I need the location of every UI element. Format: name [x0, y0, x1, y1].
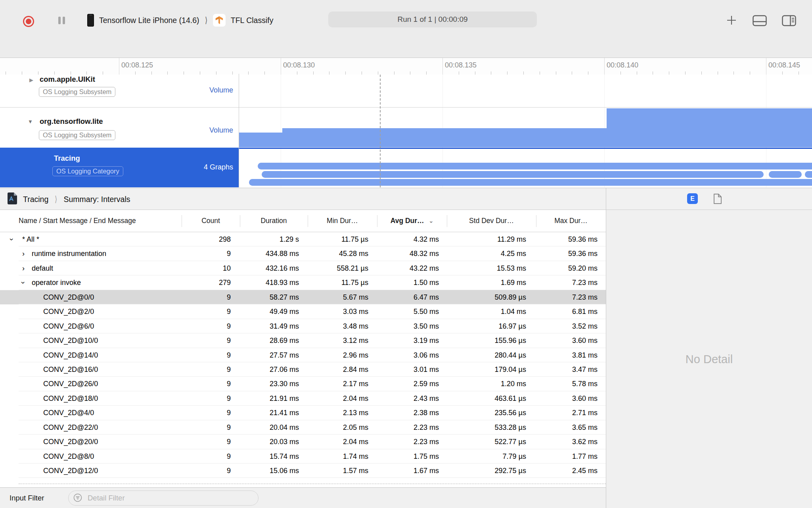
row-min-duration: 2.04 ms [343, 435, 368, 449]
instruments-window: Tensorflow Lite iPhone (14.6) ⟩ TFL Clas… [0, 0, 812, 508]
row-count: 298 [219, 232, 231, 246]
summary-table: Name / Start Message / End Message Count… [0, 210, 606, 487]
row-disclosure-icon[interactable]: › [16, 282, 31, 284]
device-target-selector[interactable]: Tensorflow Lite iPhone (14.6) ⟩ TFL Clas… [87, 10, 273, 30]
table-row[interactable]: › * All * 298 1.29 s 11.75 µs 4.32 ms 11… [0, 232, 606, 246]
disclosure-expanded-icon[interactable]: ▼ [28, 119, 33, 125]
table-row[interactable]: › CONV_2D@6/0 9 31.49 ms 3.48 ms 3.50 ms… [0, 319, 606, 333]
row-count: 9 [227, 420, 231, 435]
input-filter-label: Input Filter [10, 488, 44, 508]
gridline [281, 75, 281, 187]
chevron-right-icon: ⟩ [55, 194, 57, 204]
playhead-line[interactable] [380, 75, 381, 187]
row-max-duration: 3.47 ms [572, 362, 598, 377]
table-row[interactable]: › default 10 432.16 ms 558.21 µs 43.22 m… [0, 261, 606, 275]
row-stddev-duration: 15.53 ms [497, 261, 526, 275]
table-row[interactable]: › CONV_2D@18/0 9 21.91 ms 2.04 ms 2.43 m… [0, 391, 606, 406]
row-duration: 28.69 ms [270, 333, 299, 348]
column-header-stddev[interactable]: Std Dev Dur… [447, 210, 536, 232]
track-row-tracing-selected[interactable]: Tracing OS Logging Category 4 Graphs [0, 148, 239, 187]
breadcrumb-root[interactable]: Tracing [23, 195, 48, 204]
column-header-duration[interactable]: Duration [240, 210, 308, 232]
row-avg-duration: 3.19 ms [414, 333, 439, 348]
ruler-label: 00:08.145 [768, 61, 800, 69]
row-count: 9 [227, 290, 231, 304]
table-row[interactable]: › CONV_2D@0/0 9 58.27 ms 5.67 ms 6.47 ms… [0, 290, 606, 304]
row-disclosure-icon[interactable]: › [22, 261, 25, 275]
table-row[interactable]: › CONV_2D@14/0 9 27.57 ms 2.96 ms 3.06 m… [0, 348, 606, 362]
column-header-count[interactable]: Count [182, 210, 240, 232]
track-name: com.apple.UIKit [40, 75, 95, 84]
interval-bar [258, 163, 812, 169]
ruler-major-tick [281, 58, 281, 75]
column-header-name[interactable]: Name / Start Message / End Message [19, 210, 136, 232]
row-count: 9 [227, 333, 231, 348]
track-area: ▶ com.apple.UIKit OS Logging Subsystem V… [0, 75, 812, 187]
timeline-ruler[interactable]: 00:08.125 00:08.130 00:08.135 00:08.140 … [0, 58, 812, 75]
row-min-duration: 45.28 ms [339, 246, 368, 261]
table-row[interactable]: › CONV_2D@22/0 9 20.04 ms 2.05 ms 2.23 m… [0, 420, 606, 435]
pause-button[interactable] [58, 17, 65, 24]
detail-filter-input[interactable] [87, 491, 253, 505]
ruler-label: 00:08.125 [121, 61, 153, 69]
sort-indicator-icon: ⌄ [429, 218, 434, 223]
row-stddev-duration: 1.04 ms [501, 304, 526, 319]
toggle-bottom-panel-button[interactable] [753, 15, 767, 28]
track-badge: OS Logging Subsystem [39, 87, 115, 97]
add-instrument-button[interactable] [726, 15, 737, 27]
row-disclosure-icon[interactable]: › [22, 246, 25, 261]
row-duration: 15.06 ms [270, 464, 299, 478]
row-duration: 418.93 ms [266, 275, 299, 290]
row-avg-duration: 6.47 ms [414, 290, 439, 304]
table-row[interactable]: › CONV_2D@8/0 9 15.74 ms 1.74 ms 1.75 ms… [0, 449, 606, 464]
table-row[interactable]: › operator invoke 279 418.93 ms 11.75 µs… [0, 275, 606, 290]
column-header-min[interactable]: Min Dur… [308, 210, 377, 232]
track-meta: Volume [209, 126, 233, 135]
row-min-duration: 2.17 ms [343, 377, 368, 391]
row-duration: 20.03 ms [270, 435, 299, 449]
row-count: 9 [227, 348, 231, 362]
row-min-duration: 3.03 ms [343, 304, 368, 319]
table-row[interactable]: › CONV_2D@26/0 9 23.30 ms 2.17 ms 2.59 m… [0, 377, 606, 391]
row-name: CONV_2D@2/0 [43, 304, 94, 319]
extended-detail-button[interactable]: E [687, 193, 698, 204]
disclosure-collapsed-icon[interactable]: ▶ [29, 77, 33, 83]
column-header-max[interactable]: Max Dur… [536, 210, 606, 232]
row-name: CONV_2D@16/0 [43, 362, 98, 377]
breadcrumb-page[interactable]: Summary: Intervals [64, 195, 130, 204]
row-name: CONV_2D@0/0 [43, 290, 94, 304]
row-max-duration: 3.52 ms [572, 319, 598, 333]
table-row[interactable]: › CONV_2D@16/0 9 27.06 ms 2.84 ms 3.01 m… [0, 362, 606, 377]
record-button[interactable] [23, 16, 34, 27]
track-badge: OS Logging Category [52, 166, 123, 176]
track-row-tensorflow[interactable]: ▼ org.tensorflow.lite OS Logging Subsyst… [0, 108, 239, 148]
row-stddev-duration: 7.79 µs [503, 449, 526, 464]
table-row[interactable]: › CONV_2D@10/0 9 28.69 ms 3.12 ms 3.19 m… [0, 333, 606, 348]
track-name: org.tensorflow.lite [40, 117, 103, 126]
row-count: 9 [227, 304, 231, 319]
row-name: CONV_2D@10/0 [43, 333, 98, 348]
row-count: 9 [227, 246, 231, 261]
toggle-right-panel-button[interactable] [782, 15, 796, 28]
detail-filter-field[interactable] [68, 491, 259, 506]
table-row[interactable]: › CONV_2D@4/0 9 21.41 ms 2.13 ms 2.38 ms… [0, 406, 606, 420]
column-header-avg-sorted[interactable]: Avg Dur…⌄ [377, 210, 447, 232]
row-max-duration: 6.81 ms [572, 304, 598, 319]
track-meta: 4 Graphs [204, 163, 233, 171]
table-row[interactable]: › runtime instrumentation 9 434.88 ms 45… [0, 246, 606, 261]
table-row[interactable]: › CONV_2D@20/0 9 20.03 ms 2.04 ms 2.23 m… [0, 435, 606, 449]
row-name: CONV_2D@20/0 [43, 435, 98, 449]
row-max-duration: 2.71 ms [572, 406, 598, 420]
track-row-uikit[interactable]: ▶ com.apple.UIKit OS Logging Subsystem V… [0, 75, 239, 107]
row-min-duration: 2.05 ms [343, 420, 368, 435]
panel-divider[interactable] [606, 188, 606, 508]
row-name: CONV_2D@12/0 [43, 464, 98, 478]
run-status: Run 1 of 1 | 00:00:09 [328, 12, 537, 27]
row-disclosure-icon[interactable]: › [5, 238, 19, 241]
row-avg-duration: 2.23 ms [414, 420, 439, 435]
row-max-duration: 59.36 ms [568, 232, 598, 246]
table-row[interactable]: › CONV_2D@12/0 9 15.06 ms 1.57 ms 1.67 m… [0, 464, 606, 478]
run-status-text: Run 1 of 1 | 00:00:09 [397, 15, 467, 24]
document-inspector-button[interactable] [713, 193, 722, 206]
table-row[interactable]: › CONV_2D@2/0 9 49.49 ms 3.03 ms 5.50 ms… [0, 304, 606, 319]
